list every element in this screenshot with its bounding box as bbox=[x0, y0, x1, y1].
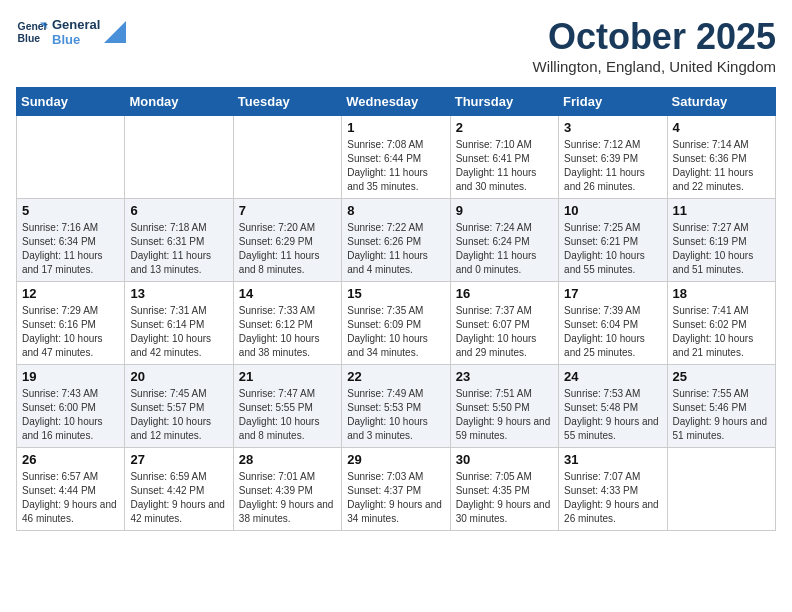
day-number: 22 bbox=[347, 369, 444, 384]
calendar-cell: 11Sunrise: 7:27 AMSunset: 6:19 PMDayligh… bbox=[667, 199, 775, 282]
month-title: October 2025 bbox=[533, 16, 776, 58]
calendar-header-saturday: Saturday bbox=[667, 88, 775, 116]
calendar-cell: 14Sunrise: 7:33 AMSunset: 6:12 PMDayligh… bbox=[233, 282, 341, 365]
calendar-week-row: 5Sunrise: 7:16 AMSunset: 6:34 PMDaylight… bbox=[17, 199, 776, 282]
day-info: Sunrise: 7:25 AMSunset: 6:21 PMDaylight:… bbox=[564, 221, 661, 277]
day-info: Sunrise: 7:29 AMSunset: 6:16 PMDaylight:… bbox=[22, 304, 119, 360]
location: Willington, England, United Kingdom bbox=[533, 58, 776, 75]
day-number: 19 bbox=[22, 369, 119, 384]
day-number: 1 bbox=[347, 120, 444, 135]
day-info: Sunrise: 7:22 AMSunset: 6:26 PMDaylight:… bbox=[347, 221, 444, 277]
logo-line1: General bbox=[52, 17, 100, 32]
day-number: 31 bbox=[564, 452, 661, 467]
calendar-cell: 31Sunrise: 7:07 AMSunset: 4:33 PMDayligh… bbox=[559, 448, 667, 531]
calendar-header-thursday: Thursday bbox=[450, 88, 558, 116]
day-number: 15 bbox=[347, 286, 444, 301]
day-number: 17 bbox=[564, 286, 661, 301]
calendar-cell: 26Sunrise: 6:57 AMSunset: 4:44 PMDayligh… bbox=[17, 448, 125, 531]
day-number: 8 bbox=[347, 203, 444, 218]
day-info: Sunrise: 7:03 AMSunset: 4:37 PMDaylight:… bbox=[347, 470, 444, 526]
day-info: Sunrise: 7:12 AMSunset: 6:39 PMDaylight:… bbox=[564, 138, 661, 194]
calendar-header-row: SundayMondayTuesdayWednesdayThursdayFrid… bbox=[17, 88, 776, 116]
day-number: 25 bbox=[673, 369, 770, 384]
calendar-cell: 4Sunrise: 7:14 AMSunset: 6:36 PMDaylight… bbox=[667, 116, 775, 199]
day-number: 12 bbox=[22, 286, 119, 301]
calendar-cell: 22Sunrise: 7:49 AMSunset: 5:53 PMDayligh… bbox=[342, 365, 450, 448]
logo-line2: Blue bbox=[52, 32, 100, 47]
calendar-cell: 17Sunrise: 7:39 AMSunset: 6:04 PMDayligh… bbox=[559, 282, 667, 365]
day-info: Sunrise: 7:39 AMSunset: 6:04 PMDaylight:… bbox=[564, 304, 661, 360]
calendar-cell: 18Sunrise: 7:41 AMSunset: 6:02 PMDayligh… bbox=[667, 282, 775, 365]
calendar-cell: 9Sunrise: 7:24 AMSunset: 6:24 PMDaylight… bbox=[450, 199, 558, 282]
calendar-cell: 2Sunrise: 7:10 AMSunset: 6:41 PMDaylight… bbox=[450, 116, 558, 199]
day-number: 27 bbox=[130, 452, 227, 467]
day-info: Sunrise: 7:45 AMSunset: 5:57 PMDaylight:… bbox=[130, 387, 227, 443]
day-number: 21 bbox=[239, 369, 336, 384]
day-info: Sunrise: 7:55 AMSunset: 5:46 PMDaylight:… bbox=[673, 387, 770, 443]
day-number: 2 bbox=[456, 120, 553, 135]
day-number: 28 bbox=[239, 452, 336, 467]
day-info: Sunrise: 7:05 AMSunset: 4:35 PMDaylight:… bbox=[456, 470, 553, 526]
day-info: Sunrise: 7:35 AMSunset: 6:09 PMDaylight:… bbox=[347, 304, 444, 360]
day-number: 3 bbox=[564, 120, 661, 135]
day-info: Sunrise: 7:16 AMSunset: 6:34 PMDaylight:… bbox=[22, 221, 119, 277]
day-info: Sunrise: 7:43 AMSunset: 6:00 PMDaylight:… bbox=[22, 387, 119, 443]
calendar-cell: 13Sunrise: 7:31 AMSunset: 6:14 PMDayligh… bbox=[125, 282, 233, 365]
day-info: Sunrise: 7:24 AMSunset: 6:24 PMDaylight:… bbox=[456, 221, 553, 277]
calendar-cell: 30Sunrise: 7:05 AMSunset: 4:35 PMDayligh… bbox=[450, 448, 558, 531]
calendar-cell: 25Sunrise: 7:55 AMSunset: 5:46 PMDayligh… bbox=[667, 365, 775, 448]
day-info: Sunrise: 7:51 AMSunset: 5:50 PMDaylight:… bbox=[456, 387, 553, 443]
day-info: Sunrise: 7:07 AMSunset: 4:33 PMDaylight:… bbox=[564, 470, 661, 526]
day-number: 11 bbox=[673, 203, 770, 218]
day-number: 30 bbox=[456, 452, 553, 467]
logo: General Blue General Blue bbox=[16, 16, 126, 48]
calendar-cell: 28Sunrise: 7:01 AMSunset: 4:39 PMDayligh… bbox=[233, 448, 341, 531]
day-number: 5 bbox=[22, 203, 119, 218]
calendar-cell: 6Sunrise: 7:18 AMSunset: 6:31 PMDaylight… bbox=[125, 199, 233, 282]
day-info: Sunrise: 6:57 AMSunset: 4:44 PMDaylight:… bbox=[22, 470, 119, 526]
day-number: 7 bbox=[239, 203, 336, 218]
logo-triangle-icon bbox=[104, 21, 126, 43]
calendar-header-tuesday: Tuesday bbox=[233, 88, 341, 116]
calendar-cell: 10Sunrise: 7:25 AMSunset: 6:21 PMDayligh… bbox=[559, 199, 667, 282]
calendar-week-row: 1Sunrise: 7:08 AMSunset: 6:44 PMDaylight… bbox=[17, 116, 776, 199]
calendar-week-row: 26Sunrise: 6:57 AMSunset: 4:44 PMDayligh… bbox=[17, 448, 776, 531]
calendar-cell bbox=[667, 448, 775, 531]
day-number: 23 bbox=[456, 369, 553, 384]
day-number: 24 bbox=[564, 369, 661, 384]
day-info: Sunrise: 7:49 AMSunset: 5:53 PMDaylight:… bbox=[347, 387, 444, 443]
page-header: General Blue General Blue October 2025 W… bbox=[16, 16, 776, 75]
calendar-cell: 21Sunrise: 7:47 AMSunset: 5:55 PMDayligh… bbox=[233, 365, 341, 448]
day-number: 6 bbox=[130, 203, 227, 218]
day-number: 9 bbox=[456, 203, 553, 218]
day-info: Sunrise: 7:08 AMSunset: 6:44 PMDaylight:… bbox=[347, 138, 444, 194]
calendar-cell bbox=[125, 116, 233, 199]
day-number: 26 bbox=[22, 452, 119, 467]
logo-icon: General Blue bbox=[16, 16, 48, 48]
calendar-cell: 29Sunrise: 7:03 AMSunset: 4:37 PMDayligh… bbox=[342, 448, 450, 531]
day-number: 29 bbox=[347, 452, 444, 467]
calendar-cell: 12Sunrise: 7:29 AMSunset: 6:16 PMDayligh… bbox=[17, 282, 125, 365]
day-info: Sunrise: 7:01 AMSunset: 4:39 PMDaylight:… bbox=[239, 470, 336, 526]
calendar-cell: 16Sunrise: 7:37 AMSunset: 6:07 PMDayligh… bbox=[450, 282, 558, 365]
calendar-header-wednesday: Wednesday bbox=[342, 88, 450, 116]
calendar-cell: 5Sunrise: 7:16 AMSunset: 6:34 PMDaylight… bbox=[17, 199, 125, 282]
svg-text:Blue: Blue bbox=[18, 33, 41, 44]
calendar-week-row: 19Sunrise: 7:43 AMSunset: 6:00 PMDayligh… bbox=[17, 365, 776, 448]
day-info: Sunrise: 7:20 AMSunset: 6:29 PMDaylight:… bbox=[239, 221, 336, 277]
day-number: 20 bbox=[130, 369, 227, 384]
day-info: Sunrise: 7:37 AMSunset: 6:07 PMDaylight:… bbox=[456, 304, 553, 360]
day-number: 18 bbox=[673, 286, 770, 301]
calendar-cell: 3Sunrise: 7:12 AMSunset: 6:39 PMDaylight… bbox=[559, 116, 667, 199]
calendar-cell: 19Sunrise: 7:43 AMSunset: 6:00 PMDayligh… bbox=[17, 365, 125, 448]
day-number: 10 bbox=[564, 203, 661, 218]
calendar-cell bbox=[17, 116, 125, 199]
calendar-cell: 24Sunrise: 7:53 AMSunset: 5:48 PMDayligh… bbox=[559, 365, 667, 448]
title-block: October 2025 Willington, England, United… bbox=[533, 16, 776, 75]
calendar-week-row: 12Sunrise: 7:29 AMSunset: 6:16 PMDayligh… bbox=[17, 282, 776, 365]
calendar-cell: 7Sunrise: 7:20 AMSunset: 6:29 PMDaylight… bbox=[233, 199, 341, 282]
calendar-cell: 15Sunrise: 7:35 AMSunset: 6:09 PMDayligh… bbox=[342, 282, 450, 365]
calendar-cell: 8Sunrise: 7:22 AMSunset: 6:26 PMDaylight… bbox=[342, 199, 450, 282]
day-info: Sunrise: 7:41 AMSunset: 6:02 PMDaylight:… bbox=[673, 304, 770, 360]
day-info: Sunrise: 7:31 AMSunset: 6:14 PMDaylight:… bbox=[130, 304, 227, 360]
